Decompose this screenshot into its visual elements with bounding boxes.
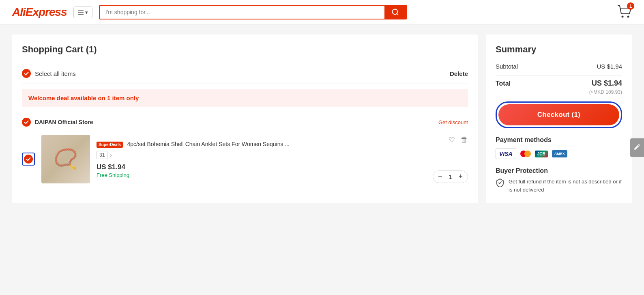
product-checkbox[interactable] <box>24 155 33 164</box>
product-header-line: SuperDeals 4pc/set Bohemia Shell Chain A… <box>97 140 426 148</box>
search-icon <box>392 9 399 16</box>
subtotal-row: Subtotal US $1.94 <box>496 63 622 70</box>
jcb-icon: JCB <box>535 151 548 157</box>
cart-title: Shopping Cart (1) <box>22 44 468 55</box>
select-all-label: Select all items <box>35 70 76 77</box>
mastercard-icon <box>520 151 531 157</box>
product-row: 📿 SuperDeals 4pc/set Bohemia Shell Chain… <box>22 131 468 187</box>
product-thumbnail[interactable]: 📿 <box>41 135 90 183</box>
svg-point-1 <box>627 16 629 18</box>
amex-icon: AMEX <box>552 150 567 157</box>
quantity-value: 1 <box>447 173 453 180</box>
product-price: US $1.94 <box>97 163 426 171</box>
payment-icons-row: VISA JCB AMEX <box>496 149 622 159</box>
delete-item-button[interactable]: 🗑 <box>461 136 468 144</box>
summary-box: Summary Subtotal US $1.94 Total US $1.94… <box>486 34 632 203</box>
total-label: Total <box>496 80 511 87</box>
buyer-protection-content: Get full refund if the item is not as de… <box>496 178 622 194</box>
shield-check-icon <box>496 178 504 189</box>
header: AliExpress ▾ 1 <box>0 0 644 25</box>
cart-icon[interactable]: 1 <box>617 4 632 20</box>
payment-methods-section: Payment methods VISA JCB AMEX <box>496 136 622 159</box>
main-content: Shopping Cart (1) Select all items Delet… <box>0 25 644 213</box>
search-button[interactable] <box>384 6 406 19</box>
edit-sidebar-button[interactable] <box>630 138 644 157</box>
variants-arrow-icon: › <box>110 152 112 158</box>
visa-icon: VISA <box>496 149 516 159</box>
total-row: Total US $1.94 <box>496 79 622 88</box>
product-info: SuperDeals 4pc/set Bohemia Shell Chain A… <box>97 140 426 178</box>
search-bar <box>99 5 407 19</box>
quantity-increase-button[interactable]: + <box>458 172 463 181</box>
total-sub-value: (≈MKD 109.93) <box>496 89 622 95</box>
edit-icon <box>633 143 641 151</box>
product-check-icon <box>26 157 31 161</box>
store-name: DAIPAN Official Store <box>35 119 93 125</box>
hamburger-icon <box>78 10 84 15</box>
product-image: 📿 <box>41 135 90 183</box>
cart-count-badge: 1 <box>627 2 634 10</box>
store-row: DAIPAN Official Store Get discount <box>22 112 468 131</box>
product-variants[interactable]: 31 › <box>97 151 426 159</box>
menu-button[interactable]: ▾ <box>73 6 92 18</box>
logo[interactable]: AliExpress <box>12 6 67 19</box>
delete-button[interactable]: Delete <box>450 70 468 77</box>
subtotal-label: Subtotal <box>496 63 518 70</box>
buyer-protection-section: Buyer Protection Get full refund if the … <box>496 167 622 194</box>
product-icon-buttons: ♡ 🗑 <box>449 136 468 144</box>
summary-panel: Summary Subtotal US $1.94 Total US $1.94… <box>486 34 632 203</box>
buyer-protection-text: Get full refund if the item is not as de… <box>509 178 622 194</box>
svg-point-0 <box>622 16 624 18</box>
check-icon <box>24 71 29 76</box>
quantity-control: − 1 + <box>433 170 468 183</box>
subtotal-value: US $1.94 <box>597 63 622 70</box>
quantity-decrease-button[interactable]: − <box>438 172 442 181</box>
wishlist-button[interactable]: ♡ <box>449 136 455 144</box>
store-check-icon <box>24 120 29 125</box>
select-all-left: Select all items <box>22 69 76 78</box>
welcome-deal-banner: Welcome deal available on 1 item only <box>22 89 468 107</box>
product-tag: SuperDeals <box>97 142 123 148</box>
free-shipping-label: Free Shipping <box>97 172 426 178</box>
summary-title: Summary <box>496 44 622 55</box>
menu-arrow: ▾ <box>85 9 88 15</box>
mc-right <box>524 151 531 157</box>
product-image-placeholder: 📿 <box>54 148 78 170</box>
cart-panel: Shopping Cart (1) Select all items Delet… <box>12 34 478 203</box>
product-checkbox-wrapper <box>22 153 35 166</box>
select-all-row: Select all items Delete <box>22 63 468 84</box>
total-value: US $1.94 <box>592 79 622 88</box>
product-actions: ♡ 🗑 − 1 + <box>433 136 468 183</box>
store-left: DAIPAN Official Store <box>22 118 93 127</box>
product-name: 4pc/set Bohemia Shell Chain Anklet Sets … <box>127 141 290 147</box>
checkout-button[interactable]: Checkout (1) <box>498 104 619 125</box>
buyer-protection-title: Buyer Protection <box>496 167 622 174</box>
select-all-checkbox[interactable] <box>22 69 31 78</box>
payment-methods-title: Payment methods <box>496 136 622 144</box>
search-input[interactable] <box>100 6 384 19</box>
store-checkbox[interactable] <box>22 118 31 127</box>
summary-divider <box>496 75 622 76</box>
variants-count: 31 <box>97 151 107 159</box>
checkout-wrapper: Checkout (1) <box>496 101 622 128</box>
get-discount-button[interactable]: Get discount <box>438 119 468 125</box>
